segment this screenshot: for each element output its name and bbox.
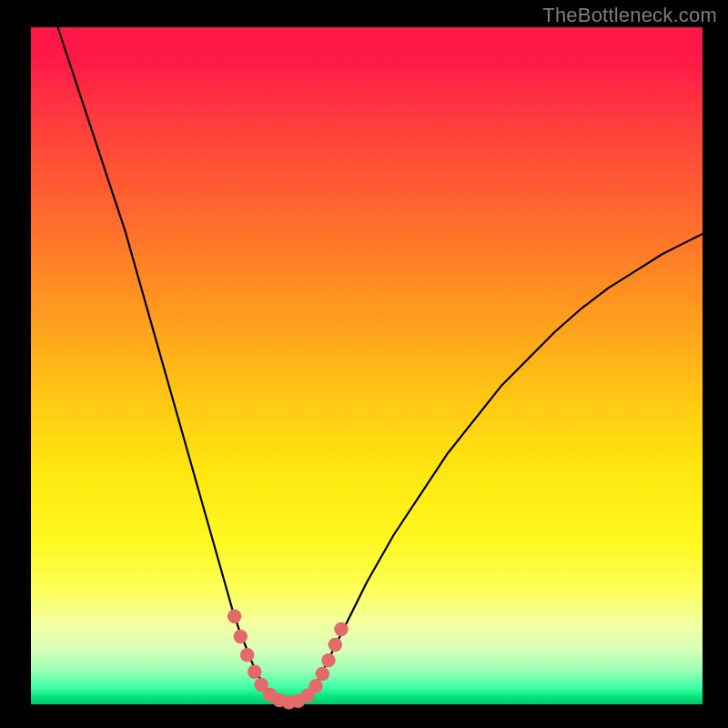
highlight-markers [228,610,349,710]
curve-layer [31,27,703,704]
highlight-dot [316,667,330,682]
highlight-dot [228,610,241,624]
highlight-dot [240,648,255,662]
highlight-dot [248,665,262,680]
highlight-dot [308,679,323,693]
highlight-dot [329,638,343,652]
highlight-dot [334,622,349,637]
bottleneck-curve [58,27,703,703]
highlight-dot [234,630,248,644]
chart-frame: TheBottleneck.com [0,0,728,728]
plot-area [31,27,703,704]
watermark-text: TheBottleneck.com [542,4,717,27]
highlight-dot [321,653,336,668]
